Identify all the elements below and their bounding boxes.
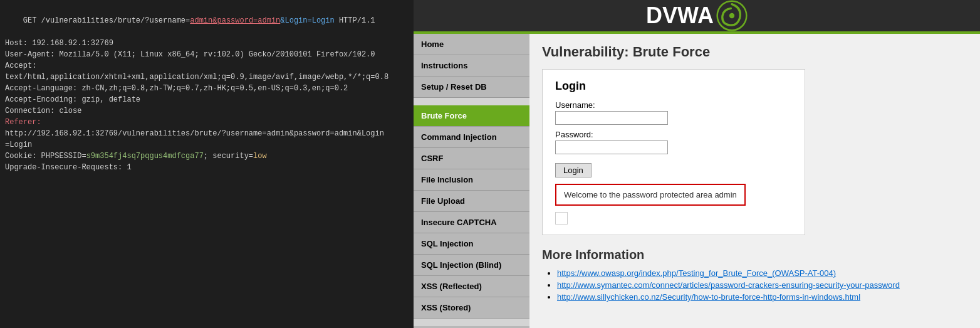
login-button[interactable]: Login [555, 163, 592, 177]
request-line: GET /vulnerabilities/brute/?username=adm… [5, 4, 409, 38]
accept-label-line: Accept: [5, 60, 409, 71]
more-info-heading: More Information [542, 248, 967, 262]
referer-label-line: Referer: [5, 117, 409, 128]
page-title: Vulnerability: Brute Force [542, 44, 967, 60]
sidebar-item-xss-stored[interactable]: XSS (Stored) [414, 297, 529, 319]
list-item: https://www.owasp.org/index.php/Testing_… [557, 268, 967, 278]
user-agent-line: User-Agent: Mozilla/5.0 (X11; Linux x86_… [5, 49, 409, 60]
login-heading: Login [555, 80, 792, 93]
sidebar-item-command-injection[interactable]: Command Injection [414, 127, 529, 148]
password-label: Password: [555, 130, 792, 139]
image-placeholder [555, 212, 568, 225]
welcome-message-container: Welcome to the password protected area a… [555, 184, 792, 225]
accept-value-line: text/html,application/xhtml+xml,applicat… [5, 71, 409, 83]
cookie-line: Cookie: PHPSESSID=s9m354fj4sq7pqgus4mdfc… [5, 151, 409, 162]
more-info-link-3[interactable]: http://www.sillychicken.co.nz/Security/h… [557, 292, 860, 302]
sidebar-item-xss-reflected[interactable]: XSS (Reflected) [414, 276, 529, 297]
username-row: Username: [555, 100, 792, 125]
dvwa-panel: DVWA Home Instructions Setup / Reset DB … [414, 0, 980, 328]
sidebar-item-home[interactable]: Home [414, 34, 529, 55]
accept-encoding-line: Accept-Encoding: gzip, deflate [5, 94, 409, 105]
host-line: Host: 192.168.92.1:32769 [5, 38, 409, 49]
more-info-links-list: https://www.owasp.org/index.php/Testing_… [542, 268, 967, 302]
sidebar-item-instructions[interactable]: Instructions [414, 55, 529, 77]
sidebar-item-sql-injection-blind[interactable]: SQL Injection (Blind) [414, 255, 529, 276]
more-info-link-2[interactable]: http://www.symantec.com/connect/articles… [557, 280, 900, 290]
sidebar-nav: Home Instructions Setup / Reset DB Brute… [414, 34, 529, 328]
referer-value-cont: =Login [5, 139, 409, 151]
welcome-message: Welcome to the password protected area a… [555, 184, 746, 206]
accept-language-line: Accept-Language: zh-CN,zh;q=0.8,zh-TW;q=… [5, 83, 409, 94]
dvwa-logo-text: DVWA [646, 3, 714, 29]
username-input[interactable] [555, 111, 668, 125]
more-info-section: More Information https://www.owasp.org/i… [542, 248, 967, 302]
dvwa-header: DVWA [414, 0, 980, 34]
connection-line: Connection: close [5, 105, 409, 117]
more-info-link-1[interactable]: https://www.owasp.org/index.php/Testing_… [557, 268, 836, 278]
dvwa-logo: DVWA [646, 0, 748, 31]
sidebar-item-brute-force[interactable]: Brute Force [414, 105, 529, 127]
dvwa-swirl-icon [716, 0, 748, 31]
list-item: http://www.symantec.com/connect/articles… [557, 280, 967, 290]
svg-point-1 [729, 13, 734, 18]
password-input[interactable] [555, 140, 668, 154]
sidebar-item-setup-reset-db[interactable]: Setup / Reset DB [414, 77, 529, 98]
sidebar-item-sql-injection[interactable]: SQL Injection [414, 233, 529, 255]
username-label: Username: [555, 100, 792, 110]
content-area: Home Instructions Setup / Reset DB Brute… [414, 34, 980, 328]
upgrade-line: Upgrade-Insecure-Requests: 1 [5, 162, 409, 173]
sidebar-item-file-upload[interactable]: File Upload [414, 191, 529, 212]
nav-gap-2 [414, 319, 529, 326]
login-box: Login Username: Password: Login Welcome … [542, 69, 805, 235]
password-row: Password: [555, 130, 792, 154]
sidebar-item-csrf[interactable]: CSRF [414, 148, 529, 169]
sidebar-item-insecure-captcha[interactable]: Insecure CAPTCHA [414, 212, 529, 233]
request-log-panel: GET /vulnerabilities/brute/?username=adm… [0, 0, 414, 328]
referer-value-line: http://192.168.92.1:32769/vulnerabilitie… [5, 128, 409, 139]
sidebar-item-file-inclusion[interactable]: File Inclusion [414, 169, 529, 191]
list-item: http://www.sillychicken.co.nz/Security/h… [557, 292, 967, 302]
main-content: Vulnerability: Brute Force Login Usernam… [529, 34, 980, 328]
nav-gap [414, 98, 529, 105]
